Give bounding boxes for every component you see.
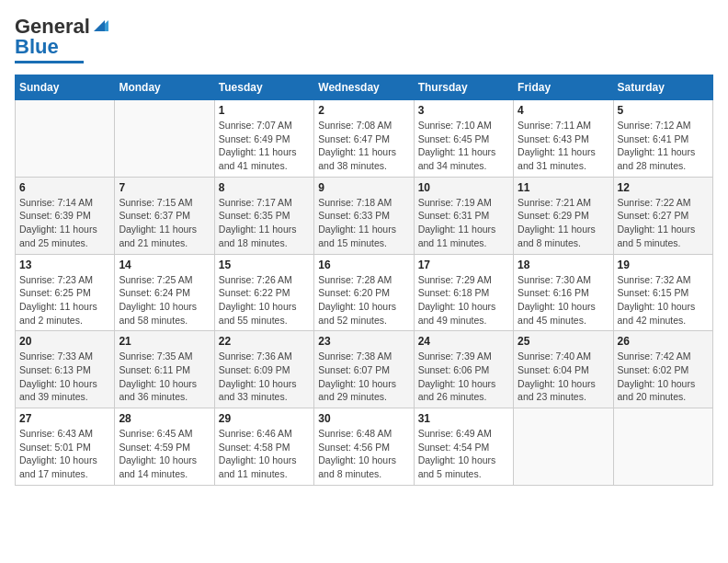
calendar-table: SundayMondayTuesdayWednesdayThursdayFrid… [15, 75, 713, 486]
weekday-header-sunday: Sunday [16, 75, 115, 100]
calendar-cell: 15Sunrise: 7:26 AMSunset: 6:22 PMDayligh… [214, 254, 313, 331]
calendar-cell: 19Sunrise: 7:32 AMSunset: 6:15 PMDayligh… [613, 254, 712, 331]
weekday-header-row: SundayMondayTuesdayWednesdayThursdayFrid… [16, 75, 713, 100]
day-info: Sunrise: 7:42 AMSunset: 6:02 PMDaylight:… [618, 350, 709, 404]
calendar-cell: 2Sunrise: 7:08 AMSunset: 6:47 PMDaylight… [314, 100, 414, 178]
day-number: 12 [618, 181, 709, 194]
calendar-cell: 7Sunrise: 7:15 AMSunset: 6:37 PMDaylight… [115, 177, 214, 254]
calendar-cell: 4Sunrise: 7:11 AMSunset: 6:43 PMDaylight… [514, 100, 613, 178]
weekday-header-thursday: Thursday [414, 75, 513, 100]
day-number: 14 [119, 259, 210, 271]
logo-divider [15, 61, 84, 63]
calendar-cell [16, 100, 115, 178]
weekday-header-friday: Friday [514, 75, 613, 100]
day-info: Sunrise: 7:19 AMSunset: 6:31 PMDaylight:… [418, 196, 509, 250]
day-info: Sunrise: 6:49 AMSunset: 4:54 PMDaylight:… [418, 427, 509, 481]
calendar-cell: 17Sunrise: 7:29 AMSunset: 6:18 PMDayligh… [414, 254, 513, 331]
day-number: 19 [618, 259, 709, 271]
day-info: Sunrise: 6:48 AMSunset: 4:56 PMDaylight:… [318, 427, 409, 481]
day-info: Sunrise: 7:10 AMSunset: 6:45 PMDaylight:… [418, 119, 509, 173]
day-info: Sunrise: 7:25 AMSunset: 6:24 PMDaylight:… [119, 273, 210, 327]
calendar-cell: 18Sunrise: 7:30 AMSunset: 6:16 PMDayligh… [514, 254, 613, 331]
day-number: 11 [518, 181, 609, 194]
day-number: 4 [518, 104, 609, 117]
calendar-cell: 16Sunrise: 7:28 AMSunset: 6:20 PMDayligh… [314, 254, 414, 331]
calendar-week-5: 27Sunrise: 6:43 AMSunset: 5:01 PMDayligh… [16, 408, 713, 486]
day-number: 2 [318, 104, 409, 117]
logo: General Blue [15, 15, 108, 63]
page-header: General Blue [15, 15, 713, 63]
weekday-header-tuesday: Tuesday [214, 75, 313, 100]
svg-marker-1 [94, 20, 105, 31]
day-info: Sunrise: 7:15 AMSunset: 6:37 PMDaylight:… [119, 196, 210, 250]
calendar-cell: 20Sunrise: 7:33 AMSunset: 6:13 PMDayligh… [16, 331, 115, 408]
day-info: Sunrise: 7:40 AMSunset: 6:04 PMDaylight:… [518, 350, 609, 404]
calendar-cell: 12Sunrise: 7:22 AMSunset: 6:27 PMDayligh… [613, 177, 712, 254]
calendar-cell: 8Sunrise: 7:17 AMSunset: 6:35 PMDaylight… [214, 177, 313, 254]
calendar-cell: 24Sunrise: 7:39 AMSunset: 6:06 PMDayligh… [414, 331, 513, 408]
calendar-cell: 14Sunrise: 7:25 AMSunset: 6:24 PMDayligh… [115, 254, 214, 331]
calendar-cell [514, 408, 613, 486]
calendar-week-4: 20Sunrise: 7:33 AMSunset: 6:13 PMDayligh… [16, 331, 713, 408]
day-info: Sunrise: 7:26 AMSunset: 6:22 PMDaylight:… [219, 273, 310, 327]
day-number: 13 [19, 259, 110, 271]
calendar-cell: 11Sunrise: 7:21 AMSunset: 6:29 PMDayligh… [514, 177, 613, 254]
calendar-cell: 22Sunrise: 7:36 AMSunset: 6:09 PMDayligh… [214, 331, 313, 408]
calendar-cell: 13Sunrise: 7:23 AMSunset: 6:25 PMDayligh… [16, 254, 115, 331]
day-number: 3 [418, 104, 509, 117]
day-number: 6 [19, 181, 110, 194]
calendar-cell: 29Sunrise: 6:46 AMSunset: 4:58 PMDayligh… [214, 408, 313, 486]
calendar-cell [115, 100, 214, 178]
calendar-cell: 30Sunrise: 6:48 AMSunset: 4:56 PMDayligh… [314, 408, 414, 486]
calendar-body: 1Sunrise: 7:07 AMSunset: 6:49 PMDaylight… [16, 100, 713, 486]
day-info: Sunrise: 7:07 AMSunset: 6:49 PMDaylight:… [219, 119, 310, 173]
day-number: 23 [318, 335, 409, 348]
day-info: Sunrise: 7:12 AMSunset: 6:41 PMDaylight:… [618, 119, 709, 173]
day-number: 17 [418, 259, 509, 271]
day-info: Sunrise: 7:35 AMSunset: 6:11 PMDaylight:… [119, 350, 210, 404]
day-info: Sunrise: 7:14 AMSunset: 6:39 PMDaylight:… [19, 196, 110, 250]
calendar-cell: 21Sunrise: 7:35 AMSunset: 6:11 PMDayligh… [115, 331, 214, 408]
day-number: 29 [219, 412, 310, 425]
day-number: 25 [518, 335, 609, 348]
day-number: 24 [418, 335, 509, 348]
calendar-cell: 25Sunrise: 7:40 AMSunset: 6:04 PMDayligh… [514, 331, 613, 408]
day-number: 28 [119, 412, 210, 425]
calendar-cell: 9Sunrise: 7:18 AMSunset: 6:33 PMDaylight… [314, 177, 414, 254]
calendar-cell: 28Sunrise: 6:45 AMSunset: 4:59 PMDayligh… [115, 408, 214, 486]
weekday-header-wednesday: Wednesday [314, 75, 414, 100]
day-info: Sunrise: 7:22 AMSunset: 6:27 PMDaylight:… [618, 196, 709, 250]
day-number: 5 [618, 104, 709, 117]
day-number: 26 [618, 335, 709, 348]
logo-icon [92, 17, 108, 37]
day-info: Sunrise: 7:33 AMSunset: 6:13 PMDaylight:… [19, 350, 110, 404]
calendar-cell: 5Sunrise: 7:12 AMSunset: 6:41 PMDaylight… [613, 100, 712, 178]
day-info: Sunrise: 6:46 AMSunset: 4:58 PMDaylight:… [219, 427, 310, 481]
day-info: Sunrise: 7:08 AMSunset: 6:47 PMDaylight:… [318, 119, 409, 173]
day-info: Sunrise: 7:32 AMSunset: 6:15 PMDaylight:… [618, 273, 709, 327]
day-number: 8 [219, 181, 310, 194]
day-number: 21 [119, 335, 210, 348]
day-info: Sunrise: 6:43 AMSunset: 5:01 PMDaylight:… [19, 427, 110, 481]
day-number: 16 [318, 259, 409, 271]
day-number: 7 [119, 181, 210, 194]
weekday-header-monday: Monday [115, 75, 214, 100]
weekday-header-saturday: Saturday [613, 75, 712, 100]
day-info: Sunrise: 7:18 AMSunset: 6:33 PMDaylight:… [318, 196, 409, 250]
day-info: Sunrise: 7:28 AMSunset: 6:20 PMDaylight:… [318, 273, 409, 327]
day-number: 10 [418, 181, 509, 194]
day-number: 22 [219, 335, 310, 348]
day-info: Sunrise: 7:38 AMSunset: 6:07 PMDaylight:… [318, 350, 409, 404]
day-info: Sunrise: 7:30 AMSunset: 6:16 PMDaylight:… [518, 273, 609, 327]
day-number: 20 [19, 335, 110, 348]
calendar-cell: 3Sunrise: 7:10 AMSunset: 6:45 PMDaylight… [414, 100, 513, 178]
day-info: Sunrise: 7:39 AMSunset: 6:06 PMDaylight:… [418, 350, 509, 404]
day-info: Sunrise: 7:17 AMSunset: 6:35 PMDaylight:… [219, 196, 310, 250]
calendar-week-2: 6Sunrise: 7:14 AMSunset: 6:39 PMDaylight… [16, 177, 713, 254]
day-info: Sunrise: 7:23 AMSunset: 6:25 PMDaylight:… [19, 273, 110, 327]
day-info: Sunrise: 7:29 AMSunset: 6:18 PMDaylight:… [418, 273, 509, 327]
day-number: 15 [219, 259, 310, 271]
calendar-week-3: 13Sunrise: 7:23 AMSunset: 6:25 PMDayligh… [16, 254, 713, 331]
day-info: Sunrise: 7:21 AMSunset: 6:29 PMDaylight:… [518, 196, 609, 250]
day-info: Sunrise: 7:36 AMSunset: 6:09 PMDaylight:… [219, 350, 310, 404]
